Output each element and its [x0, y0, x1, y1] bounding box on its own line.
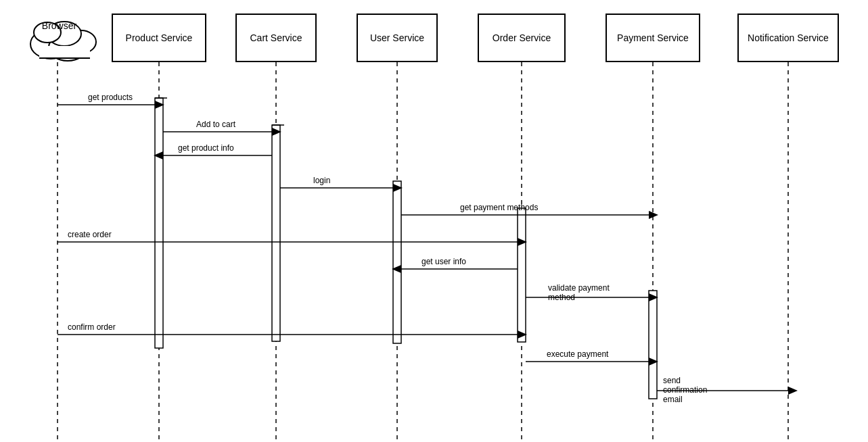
- sequence-diagram: Browser Product Service Cart Service Use…: [0, 0, 868, 442]
- svg-marker-41: [649, 293, 658, 301]
- svg-marker-38: [392, 265, 401, 273]
- cart-service-box: Cart Service: [235, 14, 317, 62]
- svg-text:login: login: [313, 176, 330, 185]
- svg-text:email: email: [663, 395, 683, 404]
- notification-service-box: Notification Service: [737, 14, 839, 62]
- order-service-box: Order Service: [478, 14, 566, 62]
- svg-marker-20: [155, 101, 164, 109]
- svg-text:Add to cart: Add to cart: [196, 120, 236, 129]
- lifelines-svg: get products Add to cart get product inf…: [0, 0, 868, 442]
- svg-marker-29: [393, 184, 403, 192]
- svg-marker-48: [649, 358, 658, 366]
- svg-marker-51: [788, 387, 798, 395]
- svg-marker-32: [649, 211, 658, 219]
- product-service-box: Product Service: [112, 14, 206, 62]
- svg-rect-17: [518, 208, 526, 342]
- svg-text:method: method: [548, 293, 575, 302]
- svg-text:execute payment: execute payment: [547, 349, 609, 359]
- svg-rect-15: [272, 125, 280, 341]
- payment-service-box: Payment Service: [606, 14, 700, 62]
- svg-marker-45: [518, 330, 527, 339]
- svg-text:get product info: get product info: [178, 143, 234, 153]
- svg-rect-18: [649, 291, 657, 399]
- user-service-box: User Service: [357, 14, 438, 62]
- browser-cloud-shape: [14, 7, 115, 74]
- svg-text:confirm order: confirm order: [68, 322, 116, 332]
- svg-text:get payment methods: get payment methods: [460, 203, 538, 212]
- svg-rect-16: [393, 181, 401, 343]
- svg-marker-23: [272, 128, 281, 136]
- svg-marker-26: [154, 151, 163, 159]
- svg-marker-35: [518, 238, 527, 246]
- svg-text:send: send: [663, 376, 681, 385]
- svg-text:create order: create order: [68, 230, 112, 239]
- svg-rect-5: [39, 46, 90, 58]
- svg-text:confirmation: confirmation: [663, 385, 707, 395]
- browser-label: Browser: [24, 20, 95, 31]
- svg-rect-14: [155, 98, 163, 348]
- svg-text:get user info: get user info: [421, 257, 466, 266]
- svg-text:validate payment: validate payment: [548, 283, 610, 293]
- svg-text:get products: get products: [88, 93, 133, 102]
